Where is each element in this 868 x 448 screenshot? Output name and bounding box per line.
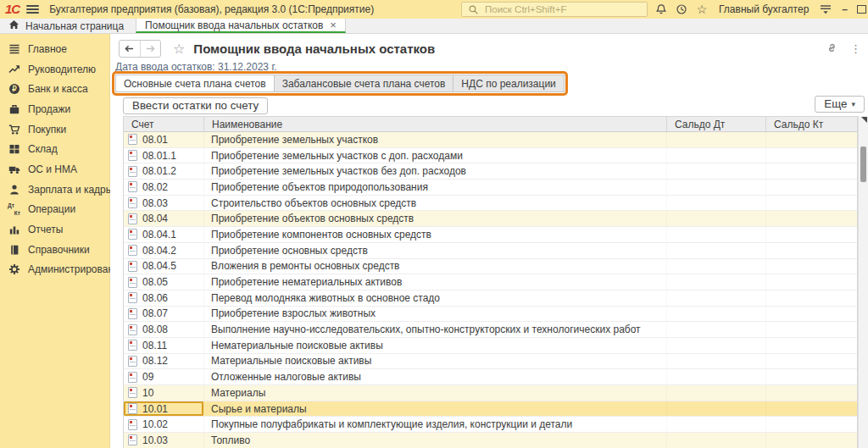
saldo-dt-cell	[667, 243, 766, 258]
favorites-star-icon[interactable]: ☆	[695, 3, 709, 16]
saldo-dt-cell	[667, 180, 766, 195]
table-row[interactable]: 08.03 Строительство объектов основных ср…	[124, 196, 857, 212]
saldo-dt-cell	[667, 163, 766, 179]
saldo-kt-cell	[766, 369, 857, 384]
saldo-dt-cell	[667, 132, 766, 147]
column-header-3[interactable]: Сальдо Дт	[667, 117, 766, 131]
saldo-kt-cell	[766, 227, 857, 242]
user-label[interactable]: Главный бухгалтер	[719, 3, 809, 15]
sidebar-item-6[interactable]: Склад	[0, 139, 109, 159]
scrollbar-thumb[interactable]	[860, 147, 866, 182]
trend-icon	[8, 64, 20, 75]
forward-button[interactable]	[140, 41, 161, 57]
tab-1[interactable]: Основные счета плана счетов	[115, 75, 275, 92]
sidebar-item-5[interactable]: Покупки	[0, 119, 109, 140]
sidebar-item-12[interactable]: Администрирование	[0, 260, 109, 280]
search-input[interactable]	[483, 3, 643, 15]
svg-text:₽: ₽	[12, 85, 17, 93]
column-header-4[interactable]: Сальдо Кт	[766, 117, 857, 131]
more-menu-dots-icon[interactable]: ⋮	[850, 42, 861, 55]
1c-logo: 1С	[5, 1, 19, 18]
column-header-2[interactable]: Наименование	[204, 117, 667, 131]
tab-2[interactable]: Забалансовые счета плана счетов	[274, 75, 454, 92]
saldo-dt-cell	[667, 322, 766, 337]
back-button[interactable]	[120, 41, 140, 57]
restore-icon[interactable]	[857, 5, 866, 14]
home-icon	[8, 19, 19, 32]
app-title: Бухгалтерия предприятия (базовая), редак…	[49, 3, 374, 15]
vertical-scrollbar[interactable]	[858, 116, 868, 448]
table-row[interactable]: 08.05 Приобретение нематериальных активо…	[124, 274, 857, 290]
tab-3[interactable]: НДС по реализации	[453, 75, 564, 92]
sidebar-item-1[interactable]: Главное	[0, 39, 109, 59]
favorite-star-icon[interactable]: ☆	[173, 41, 185, 57]
page-title: Помощник ввода начальных остатков	[193, 41, 435, 56]
home-page-tab[interactable]: Начальная страница	[0, 19, 136, 33]
table-row[interactable]: 09 Отложенные налоговые активы	[124, 369, 857, 385]
table-row[interactable]: 08.06 Перевод молодняка животных в основ…	[124, 290, 857, 307]
active-tab-label: Помощник ввода начальных остатков	[145, 19, 323, 31]
home-tab-label: Начальная страница	[25, 20, 124, 32]
table-row[interactable]: 08.01.1 Приобретение земельных участков …	[124, 148, 857, 164]
gear-icon	[8, 263, 20, 275]
table-row[interactable]: 08.11 Нематериальные поисковые активы	[124, 338, 857, 354]
table-row[interactable]: 08.04.1 Приобретение компонентов основны…	[124, 227, 857, 243]
account-icon	[128, 150, 137, 161]
saldo-dt-cell	[667, 417, 766, 432]
table-row[interactable]: 10.03 Топливо	[124, 433, 857, 448]
search-icon	[466, 3, 480, 16]
bell-icon[interactable]	[654, 3, 668, 16]
global-search[interactable]	[461, 2, 648, 17]
column-header-1[interactable]: Счет	[124, 117, 204, 131]
saldo-kt-cell	[766, 322, 857, 337]
dt-kt-icon: ДтКт	[8, 203, 20, 215]
table-row[interactable]: 08.08 Выполнение научно-исследовательски…	[124, 322, 857, 338]
enter-balances-button[interactable]: Ввести остатки по счету	[123, 97, 268, 114]
get-link-icon[interactable]	[826, 41, 838, 57]
table-row[interactable]: 08.12 Материальные поисковые активы	[124, 354, 857, 370]
sidebar-item-4[interactable]: Продажи	[0, 99, 109, 119]
active-page-tab[interactable]: Помощник ввода начальных остатков ×	[136, 19, 346, 33]
sidebar-item-11[interactable]: Справочники	[0, 240, 109, 260]
table-row[interactable]: 10 Материалы	[124, 385, 857, 401]
table-row[interactable]: 10.01 Сырье и материалы	[124, 401, 857, 418]
app-window: 1С Бухгалтерия предприятия (базовая), ре…	[0, 0, 868, 448]
saldo-dt-cell	[667, 369, 766, 384]
more-button[interactable]: Еще ▾	[815, 96, 865, 113]
menu-lines-icon	[8, 43, 20, 55]
table-row[interactable]: 08.02 Приобретение объектов природопольз…	[124, 180, 857, 196]
account-icon	[128, 213, 137, 224]
table-row[interactable]: 08.01.2 Приобретение земельных участков …	[124, 163, 857, 180]
account-icon	[128, 166, 137, 177]
table-row[interactable]: 08.04.5 Вложения в ремонты основных сред…	[124, 259, 857, 275]
minimize-icon[interactable]: –	[839, 3, 850, 15]
close-tab-icon[interactable]: ×	[330, 20, 337, 30]
saldo-kt-cell	[766, 290, 857, 306]
table-row[interactable]: 08.01 Приобретение земельных участков	[124, 132, 857, 148]
saldo-kt-cell	[766, 433, 857, 448]
sidebar-item-7[interactable]: ОС и НМА	[0, 159, 109, 180]
table-row[interactable]: 08.04 Приобретение объектов основных сре…	[124, 211, 857, 227]
sidebar-item-2[interactable]: Руководителю	[0, 59, 109, 80]
saldo-kt-cell	[766, 196, 857, 211]
saldo-kt-cell	[766, 385, 857, 401]
sidebar-item-10[interactable]: Отчеты	[0, 219, 109, 240]
saldo-dt-cell	[667, 211, 766, 226]
chevron-down-icon: ▾	[851, 97, 855, 112]
account-icon	[128, 419, 137, 430]
truck-icon	[8, 163, 20, 175]
table-body: 08.01 Приобретение земельных участков 08…	[124, 132, 857, 448]
table-row[interactable]: 10.02 Покупные полуфабрикаты и комплекту…	[124, 417, 857, 433]
page-tabbar: Начальная страница Помощник ввода началь…	[0, 19, 868, 34]
service-menu-icon[interactable]	[819, 3, 832, 16]
main-menu-icon[interactable]	[26, 5, 39, 14]
chart-icon	[8, 224, 20, 235]
table-row[interactable]: 08.04.2 Приобретение основных средств	[124, 243, 857, 259]
sidebar-item-3[interactable]: ₽ Банк и касса	[0, 79, 109, 99]
history-icon[interactable]	[675, 3, 688, 16]
account-icon	[128, 277, 137, 288]
sidebar-item-8[interactable]: Зарплата и кадры	[0, 180, 109, 200]
table-row[interactable]: 08.07 Приобретение взрослых животных	[124, 307, 857, 323]
account-icon	[128, 356, 137, 367]
sidebar-item-9[interactable]: ДтКт Операции	[0, 200, 109, 220]
